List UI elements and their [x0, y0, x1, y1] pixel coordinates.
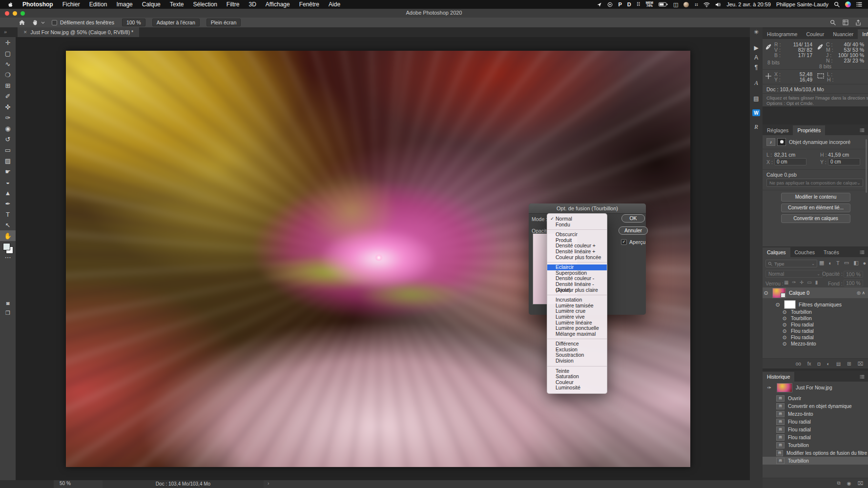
scrollbar[interactable] — [866, 139, 867, 193]
lasso-tool[interactable]: ∿ — [0, 59, 16, 69]
eraser-tool[interactable]: ▭ — [0, 144, 16, 155]
actions-icon[interactable]: ▶ — [750, 43, 763, 53]
delete-layer-icon[interactable]: ⌧ — [857, 361, 863, 366]
healing-brush-tool[interactable]: ✜ — [0, 102, 16, 112]
filter-image-icon[interactable]: ▦ — [819, 260, 824, 266]
tab-calques[interactable]: Calques — [763, 247, 790, 257]
eye-icon[interactable]: ⊙ — [781, 328, 788, 334]
menu-item[interactable]: Fondu — [547, 222, 607, 228]
menu-edition[interactable]: Edition — [89, 1, 107, 8]
filter-type-icon[interactable]: T — [836, 260, 840, 266]
history-step[interactable]: ▤ Mezzo-tinto — [763, 410, 868, 418]
hub-status-icon[interactable]: ⠶ — [694, 1, 698, 8]
status-chevron-icon[interactable]: › — [268, 481, 269, 486]
eye-icon[interactable]: ⊙ — [781, 341, 788, 346]
menu-item[interactable]: Couleur plus claire — [547, 287, 607, 293]
lock-pixels-icon[interactable]: ✑ — [792, 280, 796, 285]
layer-row-calque0[interactable]: ⊙ Calque 0 ◎ ∧ — [763, 287, 868, 298]
preview-checkbox-row[interactable]: ✓ Aperçu — [621, 239, 645, 245]
filter-mask-thumbnail[interactable] — [784, 300, 796, 309]
smart-filter-item[interactable]: ⊙ Tourbillon ≍ — [781, 309, 868, 315]
history-step[interactable]: ▤ Modifier les options de fusion du filt… — [763, 449, 868, 457]
smart-filter-item[interactable]: ⊙ Flou radial ≍ — [781, 322, 868, 328]
tab-histogramme[interactable]: Histogramme — [763, 29, 802, 39]
opacity-value[interactable]: 100 % — [844, 271, 863, 278]
new-layer-icon[interactable]: ⊞ — [847, 361, 851, 366]
menubar-user[interactable]: Philippe Sainte-Laudy — [776, 1, 828, 7]
smart-filter-item[interactable]: ⊙ Tourbillon ≍ — [781, 315, 868, 322]
pen-tool[interactable]: ✒ — [0, 198, 16, 209]
volume-icon[interactable] — [715, 2, 721, 7]
screen-mode-icon[interactable]: ❐ — [0, 308, 16, 317]
eyedropper-tool[interactable]: ✐ — [0, 91, 16, 102]
home-icon[interactable] — [19, 20, 25, 25]
hand-tool-icon[interactable] — [32, 20, 38, 25]
tab-nuancier[interactable]: Nuancier — [828, 29, 858, 39]
layer-filter-search[interactable]: Type ⌄ — [765, 260, 817, 267]
smart-filter-toggle-icon[interactable]: ◎ ∧ — [857, 290, 865, 295]
hand-tool[interactable]: ✋ — [0, 230, 16, 241]
menu-affichage[interactable]: Affichage — [266, 1, 290, 8]
history-step[interactable]: ▤ Flou radial — [763, 433, 868, 441]
menu-fichier[interactable]: Fichier — [62, 1, 80, 8]
menu-calque[interactable]: Calque — [142, 1, 161, 8]
filter-pin-icon[interactable]: ● — [863, 260, 867, 266]
glyphs-icon[interactable]: A — [750, 78, 763, 88]
history-step[interactable]: ▤ Flou radial — [763, 418, 868, 426]
eye-icon[interactable]: ⊙ — [774, 302, 781, 308]
layer-comp-select[interactable]: Ne pas appliquer la composition de calqu… — [766, 179, 863, 187]
fill-value[interactable]: 100 % — [844, 280, 863, 286]
workspace-icon[interactable] — [843, 20, 848, 26]
libraries-icon[interactable]: ▤ — [750, 94, 763, 103]
phone-status-icon[interactable]: ◫ — [673, 1, 678, 8]
menu-item[interactable]: Mélange maximal — [547, 331, 607, 337]
eye-icon[interactable]: ⊙ — [781, 322, 788, 327]
dodge-tool[interactable]: ▲ — [0, 187, 16, 198]
panel-menu-icon[interactable] — [856, 372, 868, 382]
x-pos-input[interactable] — [774, 158, 806, 165]
filter-adjustment-icon[interactable]: ◐ — [828, 260, 832, 266]
new-group-icon[interactable]: ▤ — [836, 361, 841, 366]
avatar[interactable] — [683, 2, 689, 7]
character-icon[interactable]: A — [750, 53, 763, 62]
smart-filters-row[interactable]: ⊙ Filtres dynamiques — [763, 299, 868, 310]
convert-to-linked-button[interactable]: Convertir en élément lié... — [781, 203, 850, 212]
snapshot-thumbnail[interactable] — [777, 383, 792, 392]
menu-aide[interactable]: Aide — [329, 1, 340, 8]
convert-to-layers-button[interactable]: Convertir en calques — [781, 214, 850, 223]
path-selection-tool[interactable]: ↖ — [0, 220, 16, 230]
menu-texte[interactable]: Texte — [170, 1, 184, 8]
eye-icon[interactable]: ⊙ — [781, 335, 788, 340]
marquee-tool[interactable]: ▢ — [0, 48, 16, 59]
smart-filter-item[interactable]: ⊙ Mezzo-tinto ≍ — [781, 341, 868, 347]
clone-stamp-tool[interactable]: ◉ — [0, 123, 16, 134]
tab-couleur[interactable]: Couleur — [802, 29, 828, 39]
r-plugin-icon[interactable]: R — [750, 122, 763, 132]
tab-reglages[interactable]: Réglages — [763, 125, 793, 135]
search-icon[interactable] — [830, 20, 836, 26]
move-tool[interactable]: ✛ — [0, 37, 16, 48]
eye-icon[interactable]: ⊙ — [781, 316, 788, 321]
camera-status-icon[interactable] — [607, 2, 613, 7]
lock-all-icon[interactable]: ▮ — [815, 280, 818, 285]
menu-3d[interactable]: 3D — [249, 1, 256, 8]
battery-icon[interactable] — [659, 2, 668, 7]
tool-preset-chevron-icon[interactable] — [41, 21, 45, 24]
document-tab[interactable]: ✕ Just For Now.jpg @ 50% (Calque 0, RVB/… — [18, 27, 139, 37]
y-pos-input[interactable] — [828, 158, 860, 165]
filter-shape-icon[interactable]: ▭ — [844, 260, 849, 266]
quick-mask-icon[interactable]: ◙ — [0, 299, 16, 307]
fit-screen-button[interactable]: Adapter à l'écran — [152, 19, 200, 26]
eye-icon[interactable]: ⊙ — [781, 309, 788, 315]
apple-menu-icon[interactable] — [7, 1, 13, 8]
smart-filter-item[interactable]: ⊙ Flou radial ≍ — [781, 328, 868, 334]
lock-position-icon[interactable]: ✛ — [800, 280, 804, 285]
smart-filter-item[interactable]: ⊙ Flou radial ≍ — [781, 334, 868, 341]
dots-status-icon[interactable]: ⠿ — [637, 1, 641, 8]
add-mask-icon[interactable]: ◘ — [818, 361, 821, 366]
menu-selection[interactable]: Sélection — [193, 1, 217, 8]
color-swatches[interactable] — [2, 243, 13, 255]
zoom-level[interactable]: 50 % — [60, 481, 71, 486]
tab-proprietes[interactable]: Propriétés — [793, 125, 825, 135]
menu-item[interactable]: Luminosité — [547, 385, 607, 391]
